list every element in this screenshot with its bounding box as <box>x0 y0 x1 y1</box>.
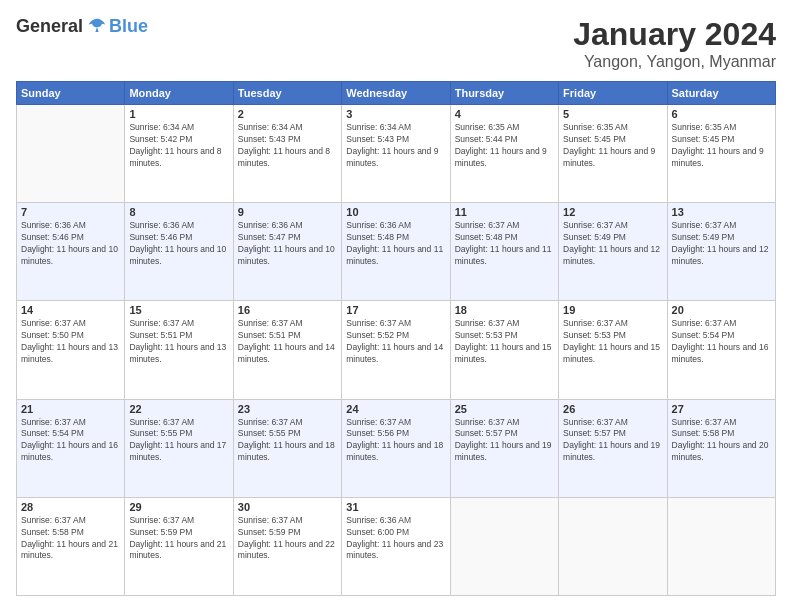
day-info: Sunrise: 6:37 AMSunset: 5:59 PMDaylight:… <box>238 515 337 563</box>
day-cell: 11Sunrise: 6:37 AMSunset: 5:48 PMDayligh… <box>450 203 558 301</box>
day-number: 4 <box>455 108 554 120</box>
day-cell: 12Sunrise: 6:37 AMSunset: 5:49 PMDayligh… <box>559 203 667 301</box>
day-cell: 18Sunrise: 6:37 AMSunset: 5:53 PMDayligh… <box>450 301 558 399</box>
day-number: 2 <box>238 108 337 120</box>
day-info: Sunrise: 6:37 AMSunset: 5:50 PMDaylight:… <box>21 318 120 366</box>
day-number: 15 <box>129 304 228 316</box>
day-number: 25 <box>455 403 554 415</box>
day-number: 21 <box>21 403 120 415</box>
day-info: Sunrise: 6:35 AMSunset: 5:44 PMDaylight:… <box>455 122 554 170</box>
day-number: 24 <box>346 403 445 415</box>
day-number: 26 <box>563 403 662 415</box>
day-cell: 5Sunrise: 6:35 AMSunset: 5:45 PMDaylight… <box>559 105 667 203</box>
calendar-table: SundayMondayTuesdayWednesdayThursdayFrid… <box>16 81 776 596</box>
logo-bird-icon <box>87 17 107 37</box>
day-cell: 19Sunrise: 6:37 AMSunset: 5:53 PMDayligh… <box>559 301 667 399</box>
day-cell: 30Sunrise: 6:37 AMSunset: 5:59 PMDayligh… <box>233 497 341 595</box>
day-number: 16 <box>238 304 337 316</box>
day-info: Sunrise: 6:34 AMSunset: 5:42 PMDaylight:… <box>129 122 228 170</box>
day-cell: 14Sunrise: 6:37 AMSunset: 5:50 PMDayligh… <box>17 301 125 399</box>
day-info: Sunrise: 6:37 AMSunset: 5:51 PMDaylight:… <box>129 318 228 366</box>
day-info: Sunrise: 6:37 AMSunset: 5:59 PMDaylight:… <box>129 515 228 563</box>
day-info: Sunrise: 6:37 AMSunset: 5:49 PMDaylight:… <box>672 220 771 268</box>
day-info: Sunrise: 6:37 AMSunset: 5:53 PMDaylight:… <box>563 318 662 366</box>
week-row-1: 1Sunrise: 6:34 AMSunset: 5:42 PMDaylight… <box>17 105 776 203</box>
day-cell: 24Sunrise: 6:37 AMSunset: 5:56 PMDayligh… <box>342 399 450 497</box>
page: General Blue January 2024 Yangon, Yangon… <box>0 0 792 612</box>
day-cell: 28Sunrise: 6:37 AMSunset: 5:58 PMDayligh… <box>17 497 125 595</box>
title-block: January 2024 Yangon, Yangon, Myanmar <box>573 16 776 71</box>
day-cell: 1Sunrise: 6:34 AMSunset: 5:42 PMDaylight… <box>125 105 233 203</box>
day-number: 6 <box>672 108 771 120</box>
day-cell: 17Sunrise: 6:37 AMSunset: 5:52 PMDayligh… <box>342 301 450 399</box>
day-number: 5 <box>563 108 662 120</box>
day-info: Sunrise: 6:37 AMSunset: 5:58 PMDaylight:… <box>21 515 120 563</box>
day-number: 12 <box>563 206 662 218</box>
day-cell: 2Sunrise: 6:34 AMSunset: 5:43 PMDaylight… <box>233 105 341 203</box>
day-cell <box>559 497 667 595</box>
day-info: Sunrise: 6:37 AMSunset: 5:57 PMDaylight:… <box>563 417 662 465</box>
day-number: 11 <box>455 206 554 218</box>
day-number: 22 <box>129 403 228 415</box>
day-number: 1 <box>129 108 228 120</box>
day-info: Sunrise: 6:37 AMSunset: 5:51 PMDaylight:… <box>238 318 337 366</box>
day-cell: 7Sunrise: 6:36 AMSunset: 5:46 PMDaylight… <box>17 203 125 301</box>
day-number: 8 <box>129 206 228 218</box>
day-number: 17 <box>346 304 445 316</box>
day-info: Sunrise: 6:37 AMSunset: 5:58 PMDaylight:… <box>672 417 771 465</box>
weekday-header-row: SundayMondayTuesdayWednesdayThursdayFrid… <box>17 82 776 105</box>
day-info: Sunrise: 6:37 AMSunset: 5:54 PMDaylight:… <box>672 318 771 366</box>
day-number: 27 <box>672 403 771 415</box>
day-info: Sunrise: 6:36 AMSunset: 5:46 PMDaylight:… <box>129 220 228 268</box>
day-cell: 8Sunrise: 6:36 AMSunset: 5:46 PMDaylight… <box>125 203 233 301</box>
day-cell: 26Sunrise: 6:37 AMSunset: 5:57 PMDayligh… <box>559 399 667 497</box>
day-number: 3 <box>346 108 445 120</box>
day-number: 14 <box>21 304 120 316</box>
day-info: Sunrise: 6:37 AMSunset: 5:55 PMDaylight:… <box>238 417 337 465</box>
day-cell: 6Sunrise: 6:35 AMSunset: 5:45 PMDaylight… <box>667 105 775 203</box>
day-number: 9 <box>238 206 337 218</box>
day-info: Sunrise: 6:37 AMSunset: 5:52 PMDaylight:… <box>346 318 445 366</box>
day-number: 7 <box>21 206 120 218</box>
week-row-4: 21Sunrise: 6:37 AMSunset: 5:54 PMDayligh… <box>17 399 776 497</box>
logo-general: General <box>16 16 83 37</box>
month-title: January 2024 <box>573 16 776 53</box>
day-cell: 3Sunrise: 6:34 AMSunset: 5:43 PMDaylight… <box>342 105 450 203</box>
day-cell: 21Sunrise: 6:37 AMSunset: 5:54 PMDayligh… <box>17 399 125 497</box>
location-title: Yangon, Yangon, Myanmar <box>573 53 776 71</box>
day-number: 31 <box>346 501 445 513</box>
day-number: 13 <box>672 206 771 218</box>
day-info: Sunrise: 6:34 AMSunset: 5:43 PMDaylight:… <box>238 122 337 170</box>
day-number: 28 <box>21 501 120 513</box>
day-cell: 20Sunrise: 6:37 AMSunset: 5:54 PMDayligh… <box>667 301 775 399</box>
week-row-3: 14Sunrise: 6:37 AMSunset: 5:50 PMDayligh… <box>17 301 776 399</box>
weekday-saturday: Saturday <box>667 82 775 105</box>
day-info: Sunrise: 6:34 AMSunset: 5:43 PMDaylight:… <box>346 122 445 170</box>
weekday-wednesday: Wednesday <box>342 82 450 105</box>
week-row-5: 28Sunrise: 6:37 AMSunset: 5:58 PMDayligh… <box>17 497 776 595</box>
week-row-2: 7Sunrise: 6:36 AMSunset: 5:46 PMDaylight… <box>17 203 776 301</box>
day-number: 23 <box>238 403 337 415</box>
day-number: 20 <box>672 304 771 316</box>
day-cell: 10Sunrise: 6:36 AMSunset: 5:48 PMDayligh… <box>342 203 450 301</box>
day-info: Sunrise: 6:37 AMSunset: 5:53 PMDaylight:… <box>455 318 554 366</box>
day-cell <box>17 105 125 203</box>
weekday-friday: Friday <box>559 82 667 105</box>
weekday-tuesday: Tuesday <box>233 82 341 105</box>
day-number: 10 <box>346 206 445 218</box>
day-cell <box>667 497 775 595</box>
day-info: Sunrise: 6:37 AMSunset: 5:48 PMDaylight:… <box>455 220 554 268</box>
day-cell: 31Sunrise: 6:36 AMSunset: 6:00 PMDayligh… <box>342 497 450 595</box>
day-info: Sunrise: 6:37 AMSunset: 5:56 PMDaylight:… <box>346 417 445 465</box>
weekday-monday: Monday <box>125 82 233 105</box>
day-info: Sunrise: 6:37 AMSunset: 5:55 PMDaylight:… <box>129 417 228 465</box>
day-cell: 27Sunrise: 6:37 AMSunset: 5:58 PMDayligh… <box>667 399 775 497</box>
day-info: Sunrise: 6:35 AMSunset: 5:45 PMDaylight:… <box>672 122 771 170</box>
day-cell: 22Sunrise: 6:37 AMSunset: 5:55 PMDayligh… <box>125 399 233 497</box>
day-number: 29 <box>129 501 228 513</box>
day-info: Sunrise: 6:36 AMSunset: 5:46 PMDaylight:… <box>21 220 120 268</box>
logo: General Blue <box>16 16 148 37</box>
day-cell: 15Sunrise: 6:37 AMSunset: 5:51 PMDayligh… <box>125 301 233 399</box>
logo-blue: Blue <box>109 16 148 37</box>
day-cell: 9Sunrise: 6:36 AMSunset: 5:47 PMDaylight… <box>233 203 341 301</box>
